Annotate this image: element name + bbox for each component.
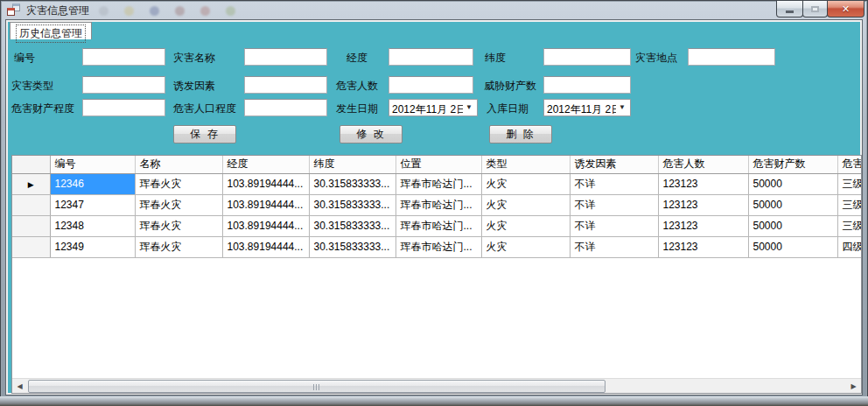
grid-cell[interactable]: 不详 bbox=[570, 194, 658, 215]
grid-cell[interactable]: 不详 bbox=[570, 236, 658, 257]
grid-cell[interactable]: 珲春火灾 bbox=[135, 173, 222, 194]
grid-cell[interactable]: 12349 bbox=[50, 236, 135, 257]
grid-cell[interactable]: 珲春市哈达门... bbox=[396, 194, 481, 215]
titlebar[interactable]: 灾害信息管理 ✕ bbox=[0, 0, 868, 19]
maximize-icon bbox=[811, 6, 819, 12]
latitude-input[interactable] bbox=[543, 48, 631, 66]
table-row: 12348珲春火灾103.89194444...30.315833333...珲… bbox=[12, 215, 862, 236]
harmed-people-input[interactable] bbox=[388, 76, 473, 94]
row-selector[interactable] bbox=[12, 236, 50, 257]
grid-header-row: 编号名称经度纬度位置类型诱发因素危害人数危害财产数危害程度 bbox=[12, 156, 862, 173]
grid-cell[interactable]: 50000 bbox=[748, 194, 837, 215]
window-controls: ✕ bbox=[777, 1, 864, 18]
column-header[interactable]: 编号 bbox=[50, 156, 135, 173]
grid-cell[interactable]: 珲春市哈达门... bbox=[396, 173, 481, 194]
grid-cell[interactable]: 三级 bbox=[837, 173, 862, 194]
save-button[interactable]: 保 存 bbox=[173, 125, 236, 144]
minimize-icon bbox=[786, 10, 794, 13]
column-header[interactable]: 危害财产数 bbox=[748, 156, 837, 173]
grid-cell[interactable]: 123123 bbox=[658, 194, 748, 215]
grid-cell[interactable]: 珲春火灾 bbox=[135, 194, 222, 215]
disaster-name-input[interactable] bbox=[244, 48, 327, 66]
tab-panel: 编号 灾害名称 经度 纬度 灾害地点 灾害类型 诱发因素 危害人数 威胁财产数 … bbox=[8, 22, 860, 393]
grid-cell[interactable]: 103.89194444... bbox=[222, 215, 309, 236]
column-header[interactable]: 纬度 bbox=[309, 156, 396, 173]
scroll-left-button[interactable]: ◀ bbox=[12, 379, 27, 394]
row-selector[interactable] bbox=[12, 194, 50, 215]
column-header[interactable]: 危害程度 bbox=[837, 156, 862, 173]
grid-cell[interactable]: 30.315833333... bbox=[309, 215, 396, 236]
grid-cell[interactable]: 不详 bbox=[570, 173, 658, 194]
grid-cell[interactable]: 103.89194444... bbox=[222, 173, 309, 194]
maximize-button[interactable] bbox=[802, 1, 828, 18]
row-selector-header[interactable] bbox=[12, 156, 50, 173]
app-icon-front-window bbox=[7, 8, 15, 16]
occur-date-picker[interactable]: 2012年11月 2日 ▼ bbox=[388, 99, 478, 116]
grid-cell[interactable]: 50000 bbox=[748, 173, 837, 194]
grid-cell[interactable]: 不详 bbox=[570, 215, 658, 236]
grid-cell[interactable]: 火灾 bbox=[481, 215, 570, 236]
grid-cell[interactable]: 123123 bbox=[658, 236, 748, 257]
threatened-property-input[interactable] bbox=[543, 76, 631, 94]
longitude-input[interactable] bbox=[388, 48, 473, 66]
number-input[interactable] bbox=[82, 48, 165, 66]
grid-cell[interactable]: 50000 bbox=[748, 236, 837, 257]
scroll-right-button[interactable]: ▶ bbox=[846, 379, 861, 394]
grid-cell[interactable]: 珲春市哈达门... bbox=[396, 236, 481, 257]
row-selector[interactable]: ▶ bbox=[12, 173, 50, 194]
app-icon bbox=[7, 4, 20, 16]
grid-cell[interactable]: 三级 bbox=[837, 215, 862, 236]
column-header[interactable]: 位置 bbox=[396, 156, 481, 173]
scrollbar-thumb[interactable] bbox=[28, 380, 606, 393]
column-header[interactable]: 诱发因素 bbox=[570, 156, 658, 173]
window-bottom-frame bbox=[0, 396, 868, 406]
grid-table: 编号名称经度纬度位置类型诱发因素危害人数危害财产数危害程度 ▶12346珲春火灾… bbox=[12, 156, 862, 258]
grid-cell[interactable]: 30.315833333... bbox=[309, 173, 396, 194]
close-button[interactable]: ✕ bbox=[827, 1, 864, 18]
column-header[interactable]: 经度 bbox=[222, 156, 309, 173]
current-row-arrow-icon: ▶ bbox=[28, 180, 34, 189]
grid-cell[interactable]: 珲春火灾 bbox=[135, 215, 222, 236]
delete-button[interactable]: 删 除 bbox=[489, 125, 552, 144]
grid-cell[interactable]: 火灾 bbox=[481, 173, 570, 194]
grid-cell[interactable]: 30.315833333... bbox=[309, 194, 396, 215]
population-damage-degree-input[interactable] bbox=[244, 99, 327, 116]
grid-cell[interactable]: 12348 bbox=[50, 215, 135, 236]
column-header[interactable]: 名称 bbox=[135, 156, 222, 173]
column-header[interactable]: 危害人数 bbox=[658, 156, 748, 173]
grid-cell[interactable]: 三级 bbox=[837, 194, 862, 215]
grid-cell[interactable]: 四级 bbox=[837, 236, 862, 257]
glass-reflection bbox=[226, 6, 235, 16]
grid-cell[interactable]: 103.89194444... bbox=[222, 194, 309, 215]
grid-cell[interactable]: 50000 bbox=[748, 215, 837, 236]
grid-cell[interactable]: 火灾 bbox=[481, 194, 570, 215]
table-row: ▶12346珲春火灾103.89194444...30.315833333...… bbox=[12, 173, 862, 194]
tab-history-info[interactable]: 历史信息管理 bbox=[10, 22, 92, 39]
horizontal-scrollbar[interactable]: ◀ ▶ bbox=[12, 378, 861, 393]
row-selector[interactable] bbox=[12, 215, 50, 236]
property-damage-degree-input[interactable] bbox=[82, 99, 165, 116]
grid-cell[interactable]: 火灾 bbox=[481, 236, 570, 257]
grid-cell[interactable]: 珲春火灾 bbox=[135, 236, 222, 257]
disaster-place-input[interactable] bbox=[688, 48, 775, 66]
grid-cell[interactable]: 30.315833333... bbox=[309, 236, 396, 257]
grid-cell[interactable]: 12346 bbox=[50, 173, 135, 194]
grid-body: ▶12346珲春火灾103.89194444...30.315833333...… bbox=[12, 173, 862, 257]
inducing-factor-input[interactable] bbox=[244, 76, 327, 94]
label-population-damage-degree: 危害人口程度 bbox=[173, 102, 236, 116]
label-disaster-name: 灾害名称 bbox=[173, 51, 215, 66]
minimize-button[interactable] bbox=[776, 1, 803, 18]
grid-cell[interactable]: 103.89194444... bbox=[222, 236, 309, 257]
column-header[interactable]: 类型 bbox=[481, 156, 570, 173]
chevron-down-icon[interactable]: ▼ bbox=[616, 100, 628, 116]
grid-cell[interactable]: 123123 bbox=[658, 215, 748, 236]
chevron-down-icon[interactable]: ▼ bbox=[463, 100, 475, 116]
grid-cell[interactable]: 12347 bbox=[50, 194, 135, 215]
modify-button[interactable]: 修 改 bbox=[340, 125, 402, 144]
grid-cell[interactable]: 珲春市哈达门... bbox=[396, 215, 481, 236]
disaster-type-input[interactable] bbox=[82, 76, 165, 94]
storage-date-picker[interactable]: 2012年11月 2日 ▼ bbox=[543, 99, 631, 116]
client-area: 编号 灾害名称 经度 纬度 灾害地点 灾害类型 诱发因素 危害人数 威胁财产数 … bbox=[5, 19, 863, 396]
grid-cell[interactable]: 123123 bbox=[658, 173, 748, 194]
scrollbar-grip-icon bbox=[313, 384, 320, 390]
